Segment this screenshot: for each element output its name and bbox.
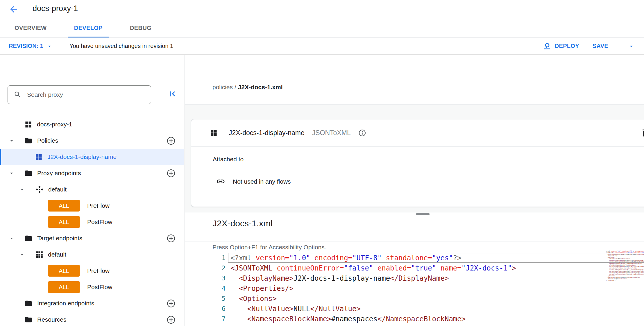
- code-line[interactable]: 7 <NamespaceBlockName>#namespaces</Names…: [185, 314, 644, 324]
- policy-card: J2X-docs-1-display-name JSONToXML Attach…: [191, 119, 644, 207]
- code-line[interactable]: 1<?xml version="1.0" encoding="UTF-8" st…: [185, 253, 644, 263]
- deploy-icon: [543, 42, 551, 50]
- policy-icon: [35, 153, 43, 161]
- tab-develop[interactable]: DEVELOP: [68, 19, 109, 37]
- policy-card-header: J2X-docs-1-display-name JSONToXML: [191, 119, 644, 147]
- collapse-panel-icon[interactable]: [167, 89, 177, 99]
- policy-icon: [210, 129, 218, 137]
- add-resource-button[interactable]: [167, 315, 176, 324]
- breadcrumb-section[interactable]: policies: [212, 84, 233, 90]
- folder-icon: [24, 316, 33, 324]
- editor-main-pane: policies / J2X-docs-1.xml J2X-docs-1-dis…: [185, 55, 644, 326]
- folder-icon: [24, 137, 33, 145]
- add-proxy-endpoint-button[interactable]: [167, 169, 176, 178]
- tab-bar: OVERVIEW DEVELOP DEBUG: [0, 19, 644, 38]
- editor-minimap[interactable]: <?xml version="1.0" encoding="UTF-8" sta…: [606, 250, 644, 288]
- apigee-proxy-editor: docs-proxy-1 OVERVIEW DEVELOP DEBUG REVI…: [0, 0, 644, 326]
- policy-name: J2X-docs-1-display-name: [229, 129, 305, 137]
- add-target-endpoint-button[interactable]: [167, 234, 176, 243]
- save-button[interactable]: SAVE: [593, 43, 608, 49]
- button-divider: [621, 40, 621, 52]
- tree-item-target-postflow[interactable]: ALL PostFlow: [0, 279, 184, 295]
- tree-item-policy-j2x[interactable]: J2X-docs-1-display-name: [0, 149, 184, 165]
- code-line[interactable]: 4 <Properties/>: [185, 283, 644, 293]
- deploy-button[interactable]: DEPLOY: [543, 42, 579, 50]
- chevron-down-icon: [46, 43, 53, 49]
- code-editor[interactable]: 1<?xml version="1.0" encoding="UTF-8" st…: [185, 253, 644, 326]
- target-endpoint-icon: [35, 251, 43, 259]
- xml-file-heading: J2X-docs-1.xml: [212, 218, 273, 228]
- code-lines: 1<?xml version="1.0" encoding="UTF-8" st…: [185, 253, 644, 324]
- policy-detail-panel: J2X-docs-1-display-name JSONToXML Attach…: [185, 104, 644, 212]
- policy-type: JSONToXML: [312, 129, 351, 137]
- proxy-explorer-sidebar: docs-proxy-1 Policies J2X-docs-1-displ: [0, 55, 185, 326]
- pane-resize-handle[interactable]: [416, 213, 430, 215]
- revision-selector[interactable]: REVISION: 1: [9, 43, 53, 49]
- proxy-tree: docs-proxy-1 Policies J2X-docs-1-displ: [0, 116, 184, 326]
- expand-caret-icon[interactable]: [8, 137, 15, 144]
- tree-item-target-preflow[interactable]: ALL PreFlow: [0, 263, 184, 279]
- tree-item-resources[interactable]: Resources: [0, 311, 184, 326]
- add-integration-endpoint-button[interactable]: [167, 299, 176, 308]
- condition-badge: ALL: [48, 200, 80, 212]
- attachment-status-row: Not used in any flows: [216, 177, 291, 186]
- save-options-caret[interactable]: [626, 41, 636, 51]
- tree-item-target-endpoint-default[interactable]: default: [0, 246, 184, 263]
- expand-caret-icon[interactable]: [8, 170, 15, 177]
- code-line[interactable]: 5 <Options>: [185, 293, 644, 304]
- tab-debug[interactable]: DEBUG: [124, 19, 158, 37]
- folder-icon: [24, 234, 33, 242]
- condition-badge: ALL: [48, 216, 80, 228]
- folder-icon: [24, 169, 33, 177]
- expand-caret-icon[interactable]: [19, 186, 26, 193]
- tree-item-proxy-postflow[interactable]: ALL PostFlow: [0, 214, 184, 230]
- search-icon: [14, 91, 22, 99]
- page-title: docs-proxy-1: [33, 4, 78, 13]
- attachment-status: Not used in any flows: [233, 178, 291, 185]
- condition-badge: ALL: [48, 265, 80, 277]
- revision-actions: DEPLOY SAVE: [543, 40, 644, 52]
- unsaved-changes-message: You have unsaved changes in revision 1: [69, 43, 173, 49]
- delete-policy-icon[interactable]: [641, 128, 644, 138]
- breadcrumb: policies / J2X-docs-1.xml: [212, 84, 283, 91]
- link-icon: [216, 177, 225, 186]
- proxy-icon: [24, 121, 32, 128]
- search-input[interactable]: [26, 91, 151, 98]
- tree-item-proxy-root[interactable]: docs-proxy-1: [0, 116, 184, 132]
- tree-item-target-endpoints[interactable]: Target endpoints: [0, 230, 184, 246]
- tree-item-proxy-endpoints[interactable]: Proxy endpoints: [0, 165, 184, 181]
- folder-icon: [24, 299, 33, 307]
- tree-item-proxy-endpoint-default[interactable]: default: [0, 181, 184, 198]
- save-label: SAVE: [593, 43, 608, 49]
- tree-item-policies[interactable]: Policies: [0, 132, 184, 149]
- code-line[interactable]: 3 <DisplayName>J2X-docs-1-display-name</…: [185, 273, 644, 283]
- code-line[interactable]: 6 <NullValue>NULL</NullValue>: [185, 304, 644, 314]
- breadcrumb-file: J2X-docs-1.xml: [238, 84, 283, 90]
- proxy-search-box[interactable]: [8, 85, 151, 104]
- back-arrow-icon[interactable]: [9, 4, 19, 14]
- deploy-label: DEPLOY: [555, 43, 579, 49]
- revision-bar: REVISION: 1 You have unsaved changes in …: [0, 38, 644, 55]
- expand-caret-icon[interactable]: [8, 235, 15, 242]
- revision-label: REVISION: 1: [9, 43, 43, 49]
- add-policy-button[interactable]: [167, 136, 176, 145]
- info-icon[interactable]: [358, 129, 366, 137]
- proxy-endpoint-icon: [35, 185, 44, 194]
- page-header: docs-proxy-1: [0, 0, 644, 19]
- tree-item-proxy-preflow[interactable]: ALL PreFlow: [0, 198, 184, 214]
- tab-overview[interactable]: OVERVIEW: [8, 19, 53, 37]
- condition-badge: ALL: [48, 281, 80, 293]
- expand-caret-icon[interactable]: [19, 251, 26, 258]
- code-line[interactable]: 2<JSONToXML continueOnError="false" enab…: [185, 263, 644, 273]
- accessibility-hint: Press Option+F1 for Accessibility Option…: [212, 244, 326, 251]
- chevron-down-icon: [628, 43, 635, 50]
- divider: [185, 241, 644, 241]
- tree-item-integration-endpoints[interactable]: Integration endpoints: [0, 295, 184, 311]
- attached-to-label: Attached to: [213, 156, 244, 163]
